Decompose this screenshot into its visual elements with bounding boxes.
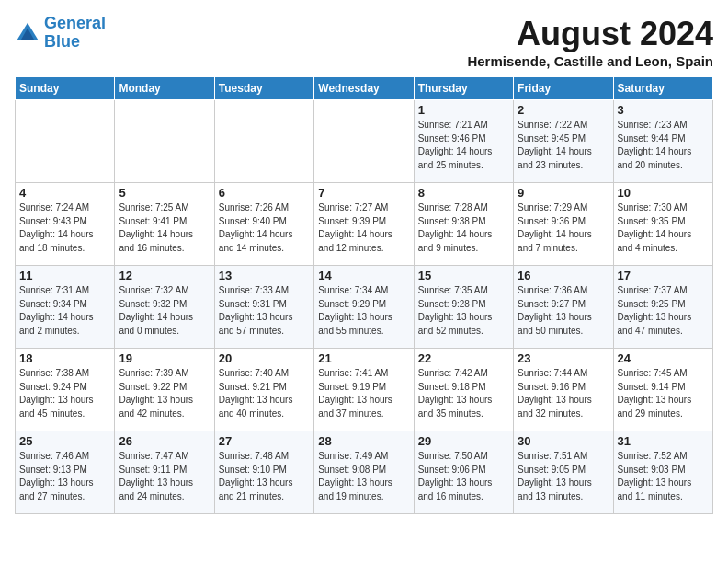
calendar-cell: 20Sunrise: 7:40 AM Sunset: 9:21 PM Dayli…: [214, 349, 313, 431]
day-number: 12: [119, 269, 210, 282]
day-number: 20: [219, 351, 310, 365]
day-info: Sunrise: 7:29 AM Sunset: 9:36 PM Dayligh…: [518, 201, 609, 255]
day-info: Sunrise: 7:47 AM Sunset: 9:11 PM Dayligh…: [119, 450, 210, 503]
day-number: 24: [618, 351, 709, 365]
calendar-cell: 31Sunrise: 7:52 AM Sunset: 9:03 PM Dayli…: [613, 431, 712, 514]
day-info: Sunrise: 7:38 AM Sunset: 9:24 PM Dayligh…: [19, 367, 110, 420]
day-number: 3: [618, 103, 709, 117]
calendar-cell: 27Sunrise: 7:48 AM Sunset: 9:10 PM Dayli…: [214, 431, 313, 514]
title-block: August 2024 Hermisende, Castille and Leo…: [467, 15, 713, 69]
logo-line1: General: [44, 14, 106, 32]
col-saturday: Saturday: [613, 77, 712, 100]
day-number: 9: [518, 186, 609, 200]
day-number: 13: [219, 269, 310, 282]
calendar-cell: 16Sunrise: 7:36 AM Sunset: 9:27 PM Dayli…: [514, 266, 613, 349]
day-info: Sunrise: 7:37 AM Sunset: 9:25 PM Dayligh…: [618, 284, 709, 338]
calendar-cell: 26Sunrise: 7:47 AM Sunset: 9:11 PM Dayli…: [115, 431, 214, 514]
calendar-cell: 2Sunrise: 7:22 AM Sunset: 9:45 PM Daylig…: [514, 100, 613, 183]
day-info: Sunrise: 7:46 AM Sunset: 9:13 PM Dayligh…: [19, 450, 110, 503]
col-wednesday: Wednesday: [314, 77, 414, 100]
day-info: Sunrise: 7:39 AM Sunset: 9:22 PM Dayligh…: [119, 367, 210, 420]
day-number: 2: [518, 103, 609, 117]
logo-text: General Blue: [44, 15, 106, 52]
day-number: 6: [219, 186, 310, 200]
day-info: Sunrise: 7:49 AM Sunset: 9:08 PM Dayligh…: [318, 450, 409, 503]
location: Hermisende, Castille and Leon, Spain: [467, 53, 713, 69]
day-number: 30: [518, 434, 609, 448]
day-number: 25: [19, 434, 110, 448]
calendar-cell: 10Sunrise: 7:30 AM Sunset: 9:35 PM Dayli…: [613, 183, 712, 266]
day-number: 15: [418, 269, 509, 282]
calendar-cell: 13Sunrise: 7:33 AM Sunset: 9:31 PM Dayli…: [214, 266, 313, 349]
day-info: Sunrise: 7:42 AM Sunset: 9:18 PM Dayligh…: [418, 367, 509, 420]
day-number: 27: [219, 434, 310, 448]
day-number: 18: [19, 351, 110, 365]
day-info: Sunrise: 7:26 AM Sunset: 9:40 PM Dayligh…: [219, 201, 310, 255]
col-friday: Friday: [514, 77, 613, 100]
day-info: Sunrise: 7:24 AM Sunset: 9:43 PM Dayligh…: [19, 201, 110, 255]
calendar-cell: 18Sunrise: 7:38 AM Sunset: 9:24 PM Dayli…: [16, 349, 115, 431]
week-row-5: 25Sunrise: 7:46 AM Sunset: 9:13 PM Dayli…: [16, 431, 713, 514]
day-info: Sunrise: 7:34 AM Sunset: 9:29 PM Dayligh…: [318, 284, 409, 338]
day-info: Sunrise: 7:45 AM Sunset: 9:14 PM Dayligh…: [618, 367, 709, 420]
day-info: Sunrise: 7:41 AM Sunset: 9:19 PM Dayligh…: [318, 367, 409, 420]
day-number: 16: [518, 269, 609, 282]
day-info: Sunrise: 7:25 AM Sunset: 9:41 PM Dayligh…: [119, 201, 210, 255]
day-number: 10: [618, 186, 709, 200]
day-number: 23: [518, 351, 609, 365]
day-info: Sunrise: 7:28 AM Sunset: 9:38 PM Dayligh…: [418, 201, 509, 255]
calendar-cell: 23Sunrise: 7:44 AM Sunset: 9:16 PM Dayli…: [514, 349, 613, 431]
calendar-cell: 24Sunrise: 7:45 AM Sunset: 9:14 PM Dayli…: [613, 349, 712, 431]
logo: General Blue: [15, 15, 106, 52]
day-info: Sunrise: 7:50 AM Sunset: 9:06 PM Dayligh…: [418, 450, 509, 503]
day-info: Sunrise: 7:21 AM Sunset: 9:46 PM Dayligh…: [418, 119, 509, 172]
col-sunday: Sunday: [16, 77, 115, 100]
day-info: Sunrise: 7:30 AM Sunset: 9:35 PM Dayligh…: [618, 201, 709, 255]
day-number: 17: [618, 269, 709, 282]
logo-line2: Blue: [44, 32, 80, 51]
calendar-cell: 14Sunrise: 7:34 AM Sunset: 9:29 PM Dayli…: [314, 266, 414, 349]
day-number: 31: [618, 434, 709, 448]
week-row-3: 11Sunrise: 7:31 AM Sunset: 9:34 PM Dayli…: [16, 266, 713, 349]
calendar-cell: 22Sunrise: 7:42 AM Sunset: 9:18 PM Dayli…: [414, 349, 513, 431]
day-number: 5: [119, 186, 210, 200]
calendar-cell: 17Sunrise: 7:37 AM Sunset: 9:25 PM Dayli…: [613, 266, 712, 349]
day-info: Sunrise: 7:40 AM Sunset: 9:21 PM Dayligh…: [219, 367, 310, 420]
calendar-cell: [214, 100, 313, 183]
calendar-cell: [115, 100, 214, 183]
week-row-2: 4Sunrise: 7:24 AM Sunset: 9:43 PM Daylig…: [16, 183, 713, 266]
day-info: Sunrise: 7:44 AM Sunset: 9:16 PM Dayligh…: [518, 367, 609, 420]
calendar-cell: [16, 100, 115, 183]
page-header: General Blue August 2024 Hermisende, Cas…: [15, 15, 713, 69]
day-number: 19: [119, 351, 210, 365]
day-number: 22: [418, 351, 509, 365]
calendar-cell: 1Sunrise: 7:21 AM Sunset: 9:46 PM Daylig…: [414, 100, 513, 183]
day-info: Sunrise: 7:36 AM Sunset: 9:27 PM Dayligh…: [518, 284, 609, 338]
day-info: Sunrise: 7:22 AM Sunset: 9:45 PM Dayligh…: [518, 119, 609, 172]
day-number: 1: [418, 103, 509, 117]
calendar-cell: 30Sunrise: 7:51 AM Sunset: 9:05 PM Dayli…: [514, 431, 613, 514]
calendar-cell: 11Sunrise: 7:31 AM Sunset: 9:34 PM Dayli…: [16, 266, 115, 349]
calendar-cell: 7Sunrise: 7:27 AM Sunset: 9:39 PM Daylig…: [314, 183, 414, 266]
day-number: 26: [119, 434, 210, 448]
calendar-cell: [314, 100, 414, 183]
day-number: 29: [418, 434, 509, 448]
calendar-cell: 19Sunrise: 7:39 AM Sunset: 9:22 PM Dayli…: [115, 349, 214, 431]
calendar-cell: 29Sunrise: 7:50 AM Sunset: 9:06 PM Dayli…: [414, 431, 513, 514]
day-info: Sunrise: 7:35 AM Sunset: 9:28 PM Dayligh…: [418, 284, 509, 338]
day-number: 4: [19, 186, 110, 200]
week-row-1: 1Sunrise: 7:21 AM Sunset: 9:46 PM Daylig…: [16, 100, 713, 183]
day-number: 21: [318, 351, 409, 365]
calendar-cell: 12Sunrise: 7:32 AM Sunset: 9:32 PM Dayli…: [115, 266, 214, 349]
col-tuesday: Tuesday: [214, 77, 313, 100]
week-row-4: 18Sunrise: 7:38 AM Sunset: 9:24 PM Dayli…: [16, 349, 713, 431]
day-info: Sunrise: 7:48 AM Sunset: 9:10 PM Dayligh…: [219, 450, 310, 503]
day-info: Sunrise: 7:33 AM Sunset: 9:31 PM Dayligh…: [219, 284, 310, 338]
day-info: Sunrise: 7:23 AM Sunset: 9:44 PM Dayligh…: [618, 119, 709, 172]
day-info: Sunrise: 7:52 AM Sunset: 9:03 PM Dayligh…: [618, 450, 709, 503]
header-row: Sunday Monday Tuesday Wednesday Thursday…: [16, 77, 713, 100]
calendar-cell: 9Sunrise: 7:29 AM Sunset: 9:36 PM Daylig…: [514, 183, 613, 266]
calendar-cell: 5Sunrise: 7:25 AM Sunset: 9:41 PM Daylig…: [115, 183, 214, 266]
day-info: Sunrise: 7:27 AM Sunset: 9:39 PM Dayligh…: [318, 201, 409, 255]
calendar-cell: 25Sunrise: 7:46 AM Sunset: 9:13 PM Dayli…: [16, 431, 115, 514]
